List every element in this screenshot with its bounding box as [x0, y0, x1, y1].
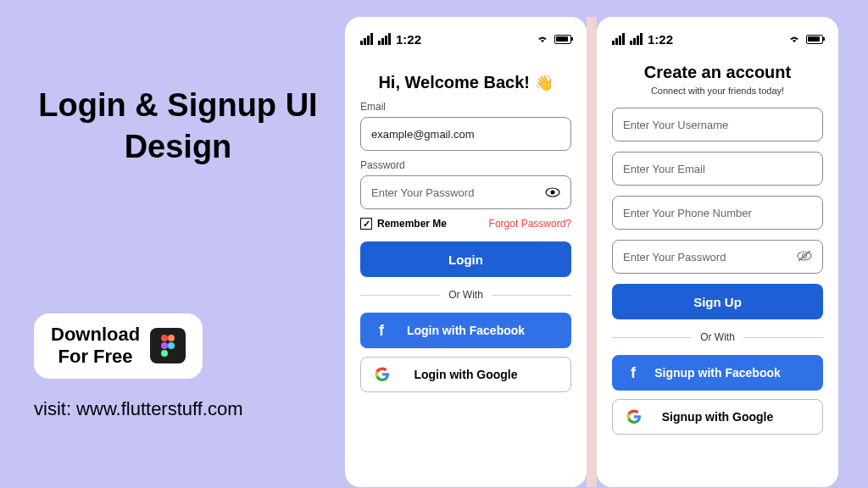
wifi-icon	[536, 34, 549, 44]
signup-email-field[interactable]: Enter Your Email	[612, 152, 823, 186]
login-facebook-button[interactable]: f Login with Facebook	[360, 313, 571, 348]
divider	[492, 295, 571, 296]
clock: 1:22	[648, 32, 673, 47]
signal-icon	[630, 33, 643, 45]
download-text: Download For Free	[51, 324, 140, 369]
password-label: Password	[360, 159, 571, 171]
email-field[interactable]: example@gmail.com	[360, 117, 571, 151]
phone-field[interactable]: Enter Your Phone Number	[612, 196, 823, 230]
svg-point-3	[168, 342, 175, 349]
signal-icon	[360, 33, 373, 45]
signup-google-button[interactable]: Signup with Google	[612, 399, 823, 435]
signup-title: Create an account	[612, 63, 823, 82]
eye-off-icon[interactable]	[797, 250, 812, 264]
login-screen: 1:22 Hi, Welcome Back! 👋 Email example@g…	[345, 17, 587, 487]
signup-facebook-button[interactable]: f Signup with Facebook	[612, 355, 823, 391]
signup-password-field[interactable]: Enter Your Password	[612, 240, 823, 274]
divider	[743, 337, 823, 338]
signal-icon	[612, 33, 625, 45]
remember-label: Remember Me	[377, 218, 447, 230]
wave-icon: 👋	[535, 75, 554, 92]
status-bar: 1:22	[612, 29, 823, 49]
figma-icon	[150, 328, 186, 363]
divider	[612, 337, 692, 338]
svg-point-4	[161, 350, 168, 357]
signup-screen: 1:22 Create an account Connect with your…	[597, 17, 838, 487]
divider-text: Or With	[448, 289, 483, 301]
clock: 1:22	[396, 32, 421, 47]
signal-icon	[378, 33, 391, 45]
login-google-button[interactable]: Login with Google	[360, 357, 571, 392]
svg-point-2	[161, 342, 168, 349]
battery-icon	[806, 35, 823, 44]
status-bar: 1:22	[360, 29, 571, 49]
download-badge[interactable]: Download For Free	[34, 313, 203, 379]
visit-link[interactable]: visit: www.flutterstuff.com	[34, 398, 243, 420]
login-title: Hi, Welcome Back! 👋	[360, 73, 571, 92]
login-button[interactable]: Login	[360, 241, 571, 277]
remember-checkbox[interactable]: ✓	[360, 218, 372, 230]
forgot-password-link[interactable]: Forgot Password?	[489, 218, 571, 230]
signup-button[interactable]: Sign Up	[612, 284, 823, 319]
svg-point-1	[168, 335, 175, 341]
battery-icon	[554, 35, 571, 44]
username-field[interactable]: Enter Your Username	[612, 108, 823, 141]
svg-point-0	[161, 335, 168, 341]
divider-text: Or With	[700, 331, 735, 343]
wifi-icon	[787, 34, 801, 44]
divider	[360, 295, 440, 296]
password-field[interactable]: Enter Your Password	[360, 175, 571, 209]
svg-point-6	[551, 190, 555, 194]
eye-icon[interactable]	[545, 186, 560, 200]
promo-title: Login & Signup UI Design	[34, 85, 322, 169]
email-label: Email	[360, 101, 571, 113]
signup-subtitle: Connect with your friends today!	[612, 86, 823, 96]
